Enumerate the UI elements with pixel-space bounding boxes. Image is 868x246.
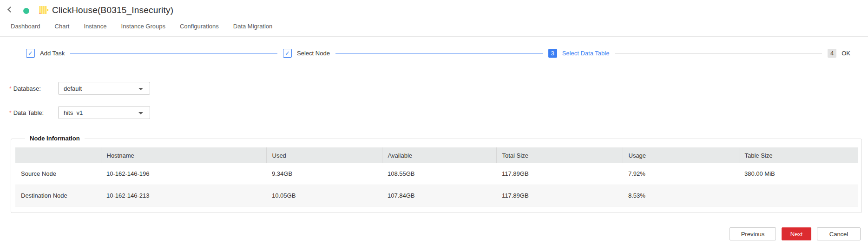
check-icon: ✓ xyxy=(283,49,292,58)
step-add-task: ✓ Add Task xyxy=(26,49,65,58)
divider xyxy=(0,36,868,37)
required-asterisk: * xyxy=(9,86,12,92)
cell-table-size xyxy=(739,185,858,206)
footer-actions: Previous Next Cancel xyxy=(730,227,861,240)
tab-configurations[interactable]: Configurations xyxy=(180,22,219,31)
cell-node-type: Source Node xyxy=(15,163,101,185)
tab-dashboard[interactable]: Dashboard xyxy=(11,22,40,31)
database-field-row: *Database: default xyxy=(9,82,150,95)
tab-instance[interactable]: Instance xyxy=(84,22,106,31)
previous-button[interactable]: Previous xyxy=(730,227,776,240)
step-label: Select Data Table xyxy=(562,50,610,57)
tab-instance-groups[interactable]: Instance Groups xyxy=(121,22,165,31)
step-connector xyxy=(70,53,277,53)
cell-hostname: 10-162-146-213 xyxy=(101,185,266,206)
cell-available: 108.55GB xyxy=(382,163,496,185)
cell-table-size: 380.00 MiB xyxy=(739,163,858,185)
cell-total-size: 117.89GB xyxy=(496,163,623,185)
check-icon: ✓ xyxy=(26,49,35,58)
step-label: OK xyxy=(842,50,850,57)
table-row-source-node: Source Node 10-162-146-196 9.34GB 108.55… xyxy=(15,163,858,185)
step-connector xyxy=(335,53,543,53)
step-number-badge: 4 xyxy=(828,49,836,58)
step-label: Add Task xyxy=(40,50,65,57)
step-label: Select Node xyxy=(297,50,330,57)
cancel-button[interactable]: Cancel xyxy=(817,227,861,240)
step-ok: 4 OK xyxy=(828,49,850,58)
cell-hostname: 10-162-146-196 xyxy=(101,163,266,185)
title-bar: ClickHouse(B0315_Insecurity) xyxy=(0,0,868,19)
step-select-node: ✓ Select Node xyxy=(283,49,330,58)
next-button[interactable]: Next xyxy=(782,227,811,240)
cell-usage: 7.92% xyxy=(623,163,739,185)
step-number-badge: 3 xyxy=(548,49,557,58)
chevron-down-icon xyxy=(138,112,143,114)
tab-bar: Dashboard Chart Instance Instance Groups… xyxy=(11,22,272,31)
data-table-label: *Data Table: xyxy=(9,109,49,116)
chevron-left-icon xyxy=(7,7,13,13)
database-label: *Database: xyxy=(9,85,49,92)
page: ClickHouse(B0315_Insecurity) Dashboard C… xyxy=(0,0,868,246)
chevron-down-icon xyxy=(138,88,143,90)
step-select-data-table: 3 Select Data Table xyxy=(548,49,610,58)
table-header-total-size: Total Size xyxy=(496,147,623,163)
clickhouse-logo-icon xyxy=(39,6,48,14)
tab-chart[interactable]: Chart xyxy=(55,22,70,31)
node-information-fieldset: Node Information Hostname Used Available… xyxy=(11,139,862,213)
table-header-available: Available xyxy=(382,147,496,163)
step-connector xyxy=(615,53,822,53)
page-title: ClickHouse(B0315_Insecurity) xyxy=(52,5,173,15)
tab-data-migration[interactable]: Data Migration xyxy=(233,22,273,31)
node-information-legend: Node Information xyxy=(25,135,85,142)
table-header-usage: Usage xyxy=(623,147,739,163)
cell-node-type: Destination Node xyxy=(15,185,101,206)
data-table-field-row: *Data Table: hits_v1 xyxy=(9,106,150,119)
table-header-used: Used xyxy=(266,147,382,163)
data-table-select-value: hits_v1 xyxy=(64,109,83,116)
data-table-select[interactable]: hits_v1 xyxy=(58,106,150,119)
cell-total-size: 117.89GB xyxy=(496,185,623,206)
migration-stepper: ✓ Add Task ✓ Select Node 3 Select Data T… xyxy=(26,49,850,58)
cell-used: 10.05GB xyxy=(266,185,382,206)
node-table: Hostname Used Available Total Size Usage… xyxy=(15,147,858,206)
table-row-destination-node: Destination Node 10-162-146-213 10.05GB … xyxy=(15,185,858,206)
back-button[interactable] xyxy=(7,6,14,13)
database-select-value: default xyxy=(64,85,82,92)
table-header-table-size: Table Size xyxy=(739,147,858,163)
cell-used: 9.34GB xyxy=(266,163,382,185)
table-header-blank xyxy=(15,147,101,163)
table-header-hostname: Hostname xyxy=(101,147,266,163)
status-dot-icon xyxy=(23,8,29,14)
database-select[interactable]: default xyxy=(58,82,150,95)
cell-usage: 8.53% xyxy=(623,185,739,206)
required-asterisk: * xyxy=(9,110,12,116)
table-header-row: Hostname Used Available Total Size Usage… xyxy=(15,147,858,163)
cell-available: 107.84GB xyxy=(382,185,496,206)
